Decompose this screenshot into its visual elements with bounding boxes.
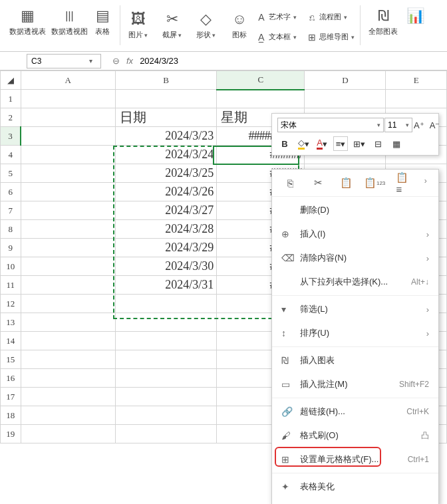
ctx-filter[interactable]: ▾筛选(L)› — [272, 297, 438, 321]
row-header[interactable]: 6 — [1, 183, 21, 201]
wordart-button[interactable]: A艺术字▾ — [255, 11, 297, 23]
col-header-b[interactable]: B — [115, 71, 217, 90]
cell[interactable] — [305, 90, 386, 108]
paste-special-icon[interactable]: 📋≡ — [396, 176, 409, 189]
chevron-right-icon[interactable]: › — [424, 176, 427, 189]
ctx-insert-chart[interactable]: ₪插入图表 — [272, 348, 438, 372]
ctx-clear[interactable]: ⌫清除内容(N)› — [272, 246, 438, 270]
more-chart-button[interactable]: 📊 — [403, 5, 427, 49]
increase-font-button[interactable]: A⁺ — [413, 118, 425, 132]
paste-icon[interactable]: 📋 — [340, 176, 353, 189]
ctx-dropdown-select[interactable]: 从下拉列表中选择(K)...Alt+↓ — [272, 270, 438, 294]
textbox-button[interactable]: A̲文本框▾ — [255, 31, 297, 43]
cell[interactable]: 2024/3/27 — [115, 201, 217, 220]
cell[interactable]: 日期 — [115, 108, 217, 127]
icons-button[interactable]: ☺ 图标 — [227, 9, 251, 41]
row-header[interactable]: 10 — [1, 257, 21, 276]
ctx-hyperlink[interactable]: 🔗超链接(H)...Ctrl+K — [272, 400, 438, 424]
ctx-format-painter[interactable]: 🖌格式刷(O)凸 — [272, 424, 438, 447]
col-header-d[interactable]: D — [305, 71, 386, 90]
ctx-insert[interactable]: ⊕插入(I)› — [272, 222, 438, 246]
cell[interactable] — [386, 90, 447, 108]
cell[interactable] — [115, 313, 217, 332]
picture-button[interactable]: 🖼 图片▾ — [126, 9, 150, 41]
cell[interactable] — [115, 295, 217, 313]
cell[interactable] — [115, 425, 217, 443]
row-header[interactable]: 13 — [1, 313, 21, 332]
cell[interactable] — [21, 220, 115, 239]
row-header[interactable]: 17 — [1, 388, 21, 406]
row-header[interactable]: 19 — [1, 425, 21, 443]
cell[interactable] — [21, 183, 115, 201]
cell[interactable] — [21, 332, 115, 350]
select-all-corner[interactable]: ◢ — [1, 71, 21, 90]
font-color-button[interactable]: A▾ — [315, 136, 329, 151]
row-header[interactable]: 3 — [1, 127, 21, 146]
row-header[interactable]: 1 — [1, 90, 21, 108]
row-header[interactable]: 4 — [1, 146, 21, 164]
row-header[interactable]: 15 — [1, 350, 21, 369]
ctx-delete[interactable]: 删除(D) — [272, 198, 438, 222]
ctx-insert-comment[interactable]: ▭插入批注(M)Shift+F2 — [272, 372, 438, 396]
col-header-a[interactable]: A — [21, 71, 115, 90]
pivot-chart-button[interactable]: ⫼ 数据透视图 — [49, 5, 90, 49]
borders-button[interactable]: ⊞▾ — [352, 136, 367, 151]
name-box[interactable] — [27, 54, 101, 68]
flowchart-button[interactable]: ⎌流程图▾ — [306, 11, 355, 23]
merge-button[interactable]: ⊟ — [371, 136, 385, 151]
cell[interactable] — [115, 406, 217, 425]
cell[interactable] — [21, 201, 115, 220]
cell[interactable] — [21, 295, 115, 313]
fx-icon[interactable]: fx — [126, 56, 133, 66]
table-button[interactable]: ▤ 表格 — [90, 5, 114, 49]
row-header[interactable]: 7 — [1, 201, 21, 220]
mindmap-button[interactable]: ⊞思维导图▾ — [306, 31, 355, 43]
row-header[interactable]: 8 — [1, 220, 21, 239]
decrease-font-button[interactable]: A⁻ — [429, 118, 441, 132]
cell[interactable] — [21, 164, 115, 183]
cell[interactable] — [21, 369, 115, 388]
align-button[interactable]: ≡▾ — [333, 136, 348, 151]
cell[interactable]: 2024/3/24 — [115, 146, 217, 164]
row-header[interactable]: 16 — [1, 369, 21, 388]
cell[interactable] — [115, 350, 217, 369]
format-button[interactable]: ▦ — [389, 136, 404, 151]
copy-icon[interactable]: ⎘ — [283, 176, 297, 189]
cell[interactable] — [21, 406, 115, 425]
cell[interactable]: 2024/3/31 — [115, 276, 217, 295]
cell[interactable]: 2024/3/25 — [115, 164, 217, 183]
col-header-e[interactable]: E — [386, 71, 447, 90]
cell[interactable] — [21, 127, 115, 146]
all-charts-button[interactable]: ₪ 全部图表 — [366, 5, 400, 49]
cell[interactable] — [21, 313, 115, 332]
formula-input[interactable] — [133, 56, 443, 66]
cell[interactable] — [21, 257, 115, 276]
cell[interactable] — [217, 90, 305, 108]
cell[interactable] — [115, 332, 217, 350]
row-header[interactable]: 5 — [1, 164, 21, 183]
cell[interactable]: 2024/3/28 — [115, 220, 217, 239]
cut-icon[interactable]: ✂ — [311, 176, 325, 189]
row-header[interactable]: 9 — [1, 239, 21, 257]
font-select[interactable] — [277, 118, 384, 132]
bold-button[interactable]: B — [277, 136, 292, 151]
cell[interactable] — [115, 388, 217, 406]
cell[interactable] — [21, 108, 115, 127]
ctx-sort[interactable]: ↕排序(U)› — [272, 321, 438, 345]
col-header-c[interactable]: C — [217, 71, 305, 90]
row-header[interactable]: 12 — [1, 295, 21, 313]
cell[interactable]: 2024/3/29 — [115, 239, 217, 257]
cell[interactable] — [21, 239, 115, 257]
row-header[interactable]: 18 — [1, 406, 21, 425]
cell[interactable] — [21, 388, 115, 406]
row-header[interactable]: 2 — [1, 108, 21, 127]
cell[interactable] — [115, 90, 217, 108]
pivot-table-button[interactable]: ▦ 数据透视表 — [7, 5, 49, 49]
row-header[interactable]: 14 — [1, 332, 21, 350]
cell[interactable] — [21, 350, 115, 369]
paste-values-icon[interactable]: 📋123 — [368, 176, 381, 189]
cell[interactable]: 2024/3/30 — [115, 257, 217, 276]
cell[interactable] — [21, 146, 115, 164]
cell[interactable] — [21, 276, 115, 295]
shapes-button[interactable]: ◇ 形状▾ — [194, 9, 218, 41]
